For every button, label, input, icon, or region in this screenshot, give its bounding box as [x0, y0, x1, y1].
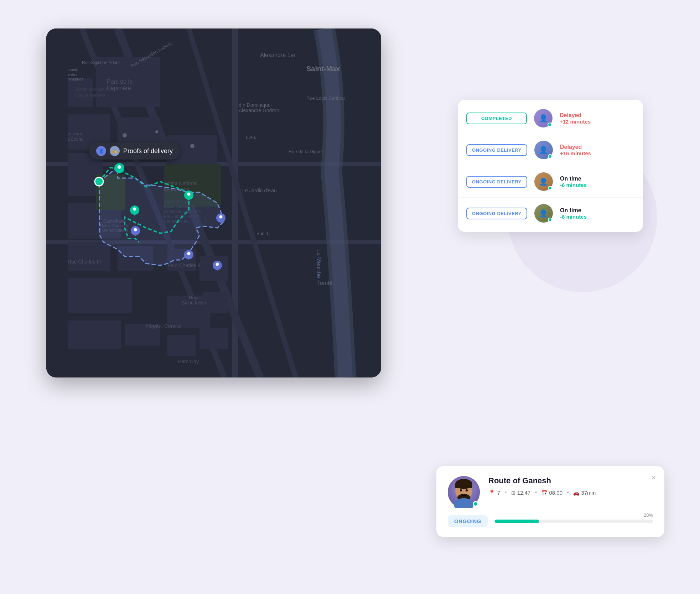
svg-rect-15 [68, 242, 110, 271]
timing-info-2: Delayed +16 minutes [560, 144, 634, 156]
timing-label-1: Delayed [560, 112, 634, 119]
pod-label: Proofs of delivery [123, 147, 173, 155]
timing-label-4: On time [560, 207, 634, 214]
timing-info-4: On time -6 minutes [560, 207, 634, 220]
svg-text:Saint-Max: Saint-Max [306, 65, 340, 73]
meta-stops: 📍 7 [488, 489, 500, 496]
svg-text:Alexandre 1er: Alexandre 1er [260, 52, 296, 58]
car-icon: 🚗 [573, 490, 579, 496]
driver-avatar-3: 👤 [534, 172, 553, 191]
timing-minutes-1: +12 minutes [560, 119, 634, 125]
status-badge-ongoing-2: ONGOING DELIVERY [466, 176, 527, 188]
progress-container: 28% [495, 520, 653, 523]
svg-text:asilique: asilique [68, 131, 83, 136]
svg-text:Alexandre Godron: Alexandre Godron [239, 108, 279, 113]
svg-text:t-Epvre: t-Epvre [68, 136, 83, 142]
svg-text:Rue de la Digue: Rue de la Digue [289, 149, 322, 154]
delivery-row-1[interactable]: COMPLETED 👤 Delayed +12 minutes [458, 103, 643, 134]
grid-icon: ⊞ [511, 490, 515, 496]
svg-text:Hôpit...: Hôpit... [189, 295, 203, 300]
route-card-header: Route of Ganesh 📍 7 • ⊞ 12:47 • 📅 08:00 … [448, 476, 653, 508]
route-meta: 📍 7 • ⊞ 12:47 • 📅 08:00 • 🚗 37min [488, 489, 653, 496]
timing-label-2: Delayed [560, 144, 634, 150]
svg-text:Le Jardin d'Eau: Le Jardin d'Eau [242, 188, 277, 193]
route-status-badge: ONGOING [448, 515, 488, 527]
svg-point-78 [134, 228, 137, 231]
online-indicator-1 [548, 123, 552, 127]
location-icon: 📍 [488, 489, 496, 496]
map-background: Parc de la Pépinière Jardin du Palais du… [46, 28, 381, 377]
map-container: Parc de la Pépinière Jardin du Palais du… [46, 28, 381, 377]
status-badge-completed: COMPLETED [466, 113, 527, 124]
delivery-row-3[interactable]: ONGOING DELIVERY 👤 On time -6 minutes [458, 166, 643, 198]
progress-percent: 28% [644, 512, 653, 518]
svg-text:L'Au...: L'Au... [246, 135, 259, 140]
svg-rect-18 [68, 278, 132, 313]
online-indicator-2 [548, 154, 552, 158]
meta-time2: 📅 08:00 [541, 490, 563, 496]
route-footer: ONGOING 28% [448, 515, 653, 527]
timing-info-1: Delayed +12 minutes [560, 112, 634, 125]
pod-avatar-2: ✍ [110, 146, 120, 156]
driver-avatar-2: 👤 [534, 141, 553, 159]
svg-text:Hôpital Central: Hôpital Central [146, 323, 181, 329]
meta-separator-3: • [567, 489, 569, 496]
driver-avatar-1: 👤 [534, 109, 553, 127]
timing-minutes-3: -6 minutes [560, 182, 634, 188]
svg-point-66 [95, 177, 103, 186]
svg-point-98 [466, 489, 468, 491]
status-badge-ongoing-3: ONGOING DELIVERY [466, 208, 527, 219]
svg-text:din Dominique-: din Dominique- [239, 102, 272, 108]
svg-rect-19 [68, 321, 121, 349]
online-indicator-3 [548, 186, 552, 190]
svg-rect-23 [199, 256, 228, 281]
progress-bar-background [495, 520, 653, 523]
svg-text:Rue Charles III: Rue Charles III [68, 259, 101, 265]
svg-point-89 [190, 144, 195, 148]
timing-label-3: On time [560, 176, 634, 182]
timing-minutes-2: +16 minutes [560, 150, 634, 156]
meta-separator-1: • [504, 489, 507, 496]
delivery-row-2[interactable]: ONGOING DELIVERY 👤 Delayed +16 minutes [458, 134, 643, 166]
svg-text:e des: e des [68, 72, 77, 77]
meta-duration: 🚗 37min [573, 490, 596, 496]
delivery-list-card: COMPLETED 👤 Delayed +12 minutes ONGOING … [458, 100, 643, 232]
meta-time1: ⊞ 12:47 [511, 490, 531, 496]
svg-point-69 [118, 165, 121, 169]
pod-badge[interactable]: 👤 ✍ Proofs of delivery [89, 142, 180, 160]
svg-point-97 [460, 489, 462, 491]
svg-point-88 [123, 133, 127, 137]
svg-text:La Meurthe: La Meurthe [316, 249, 322, 278]
svg-rect-25 [199, 328, 228, 349]
svg-text:ionale: ionale [68, 68, 78, 72]
svg-point-90 [155, 130, 158, 133]
svg-point-81 [219, 215, 223, 219]
close-button[interactable]: × [651, 473, 656, 483]
svg-point-75 [133, 208, 136, 211]
svg-text:himiques: himiques [68, 77, 84, 81]
svg-point-84 [187, 252, 191, 255]
svg-text:Parc Olry: Parc Olry [178, 359, 199, 364]
svg-text:Rue d...: Rue d... [256, 231, 271, 236]
route-info: Route of Ganesh 📍 7 • ⊞ 12:47 • 📅 08:00 … [488, 476, 653, 496]
meta-separator-2: • [535, 489, 537, 496]
svg-text:Rue Louis Barthou: Rue Louis Barthou [306, 95, 345, 101]
route-driver-name: Route of Ganesh [488, 476, 653, 485]
svg-text:Saint-Julien: Saint-Julien [182, 300, 206, 306]
timing-info-3: On time -6 minutes [560, 176, 634, 188]
svg-text:Jardin du Palais du: Jardin du Palais du [75, 87, 114, 92]
svg-point-72 [187, 193, 191, 196]
route-detail-card: × [436, 466, 664, 537]
timing-minutes-4: -6 minutes [560, 214, 634, 220]
svg-text:Parc Charles III: Parc Charles III [167, 262, 202, 268]
svg-rect-22 [167, 335, 196, 356]
pod-avatar-1: 👤 [96, 146, 106, 156]
svg-text:Gouvernement: Gouvernement [75, 93, 105, 98]
map-svg: Parc de la Pépinière Jardin du Palais du… [46, 28, 381, 377]
delivery-row-4[interactable]: ONGOING DELIVERY 👤 On time -6 minutes [458, 198, 643, 229]
route-driver-online [473, 501, 478, 507]
svg-rect-24 [203, 292, 228, 313]
svg-rect-95 [455, 484, 472, 488]
svg-text:Rue Sigisbert Adam: Rue Sigisbert Adam [82, 60, 120, 65]
svg-point-87 [216, 263, 219, 266]
